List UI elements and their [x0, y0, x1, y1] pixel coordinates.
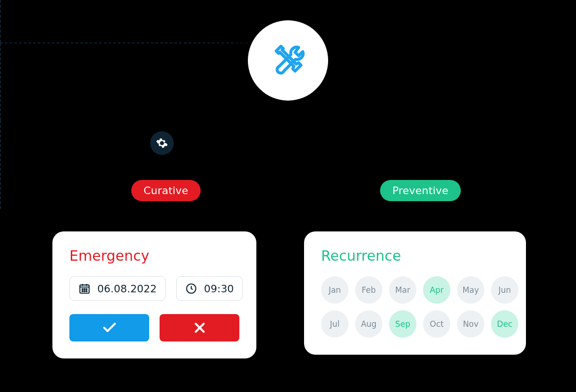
svg-point-1	[82, 289, 83, 290]
connector	[0, 43, 1, 120]
svg-point-6	[86, 290, 87, 291]
calendar-icon	[78, 282, 91, 295]
month-feb[interactable]: Feb	[355, 276, 382, 304]
svg-point-5	[84, 290, 85, 291]
curative-badge: Curative	[131, 180, 201, 201]
cancel-button[interactable]	[160, 314, 239, 341]
months-grid: JanFebMarAprMayJunJulAugSepOctNovDec	[321, 276, 509, 338]
month-jun[interactable]: Jun	[491, 276, 518, 304]
time-value: 09:30	[204, 283, 234, 295]
confirm-button[interactable]	[69, 314, 149, 341]
connector	[0, 43, 253, 43]
month-jan[interactable]: Jan	[321, 276, 348, 304]
month-aug[interactable]: Aug	[355, 310, 382, 338]
tools-icon	[269, 42, 307, 79]
month-jul[interactable]: Jul	[321, 310, 348, 338]
emergency-card: Emergency 06.08.2022 09:30	[52, 231, 256, 358]
gear-node	[150, 131, 174, 155]
svg-point-3	[86, 289, 87, 290]
month-apr[interactable]: Apr	[423, 276, 450, 304]
recurrence-title: Recurrence	[321, 247, 509, 264]
preventive-badge: Preventive	[380, 180, 461, 201]
month-nov[interactable]: Nov	[457, 310, 484, 338]
connector	[0, 0, 1, 43]
date-value: 06.08.2022	[97, 283, 157, 295]
emergency-fields: 06.08.2022 09:30	[69, 276, 239, 301]
month-mar[interactable]: Mar	[389, 276, 416, 304]
month-may[interactable]: May	[457, 276, 484, 304]
clock-icon	[185, 282, 197, 295]
svg-point-2	[84, 289, 85, 290]
emergency-title: Emergency	[69, 247, 239, 264]
time-field[interactable]: 09:30	[176, 276, 243, 301]
check-icon	[102, 320, 118, 336]
emergency-actions	[69, 314, 239, 341]
tools-node	[248, 20, 328, 101]
diagram-stage: Curative Preventive Emergency 06.08.2022…	[0, 0, 576, 392]
gear-icon	[156, 137, 168, 149]
month-oct[interactable]: Oct	[423, 310, 450, 338]
month-dec[interactable]: Dec	[491, 310, 518, 338]
month-sep[interactable]: Sep	[389, 310, 416, 338]
svg-point-4	[82, 290, 83, 291]
connector	[0, 120, 1, 209]
date-field[interactable]: 06.08.2022	[69, 276, 166, 301]
recurrence-card: Recurrence JanFebMarAprMayJunJulAugSepOc…	[304, 231, 526, 355]
close-icon	[192, 320, 208, 336]
